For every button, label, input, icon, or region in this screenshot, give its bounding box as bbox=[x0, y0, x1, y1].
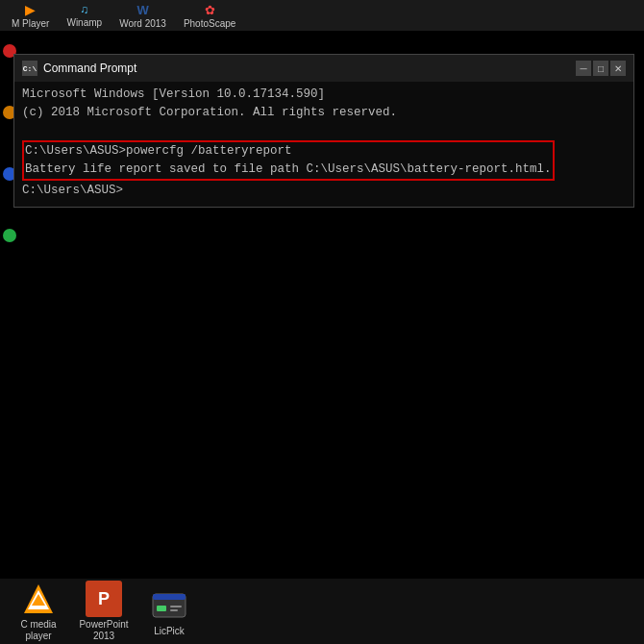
taskbar-item-wmp[interactable]: ▶ M Player bbox=[4, 1, 57, 30]
svg-rect-5 bbox=[157, 606, 166, 611]
taskbar-bottom-item-ppt[interactable]: P PowerPoint 2013 bbox=[73, 582, 135, 640]
cmd-command-line: C:\Users\ASUS>powercfg /batteryreport bbox=[25, 142, 552, 161]
licpick-label: LicPick bbox=[154, 626, 185, 637]
cmd-prompt-line: C:\Users\ASUS> bbox=[22, 182, 626, 200]
taskbar-item-winamp[interactable]: ♫ Winamp bbox=[59, 1, 110, 30]
wmp-icon: ▶ bbox=[23, 2, 38, 17]
cmd-maximize-button[interactable]: □ bbox=[593, 61, 608, 76]
winamp-icon: ♫ bbox=[77, 3, 92, 16]
cmd-title-icon: C:\ bbox=[22, 61, 37, 76]
cmd-version-line: Microsoft Windows [Version 10.0.17134.59… bbox=[22, 86, 626, 104]
vlc-label: C mediaplayer bbox=[20, 619, 56, 642]
photoscape-label: PhotoScape bbox=[184, 18, 236, 29]
svg-rect-6 bbox=[170, 606, 182, 607]
word-icon: W bbox=[136, 3, 151, 17]
cmd-title-text: Command Prompt bbox=[43, 62, 570, 75]
cmd-copyright-line: (c) 2018 Microsoft Corporation. All righ… bbox=[22, 104, 626, 122]
cmd-result-line: Battery life report saved to file path C… bbox=[25, 161, 552, 179]
word-label: Word 2013 bbox=[119, 18, 166, 29]
taskbar-item-photoscape[interactable]: ✿ PhotoScape bbox=[176, 1, 244, 30]
svg-rect-4 bbox=[153, 594, 186, 600]
cmd-controls: ─ □ ✕ bbox=[576, 61, 626, 76]
taskbar-top: ▶ M Player ♫ Winamp W Word 2013 ✿ PhotoS… bbox=[0, 0, 644, 31]
vlc-icon bbox=[19, 581, 58, 617]
taskbar-bottom-item-vlc[interactable]: C mediaplayer bbox=[8, 582, 69, 640]
photoscape-icon: ✿ bbox=[202, 3, 217, 17]
cmd-close-button[interactable]: ✕ bbox=[610, 61, 626, 76]
taskbar-bottom-item-licpick[interactable]: LicPick bbox=[138, 582, 200, 640]
cmd-titlebar[interactable]: C:\ Command Prompt ─ □ ✕ bbox=[14, 55, 633, 82]
ppt-icon: P bbox=[85, 581, 123, 617]
taskbar-item-word2013[interactable]: W Word 2013 bbox=[111, 1, 174, 30]
ppt-label: PowerPoint 2013 bbox=[73, 619, 135, 642]
cmd-minimize-button[interactable]: ─ bbox=[576, 61, 591, 76]
sidebar-icon-4[interactable] bbox=[3, 229, 16, 242]
cmd-blank-line bbox=[22, 122, 626, 140]
winamp-label: Winamp bbox=[66, 17, 102, 28]
taskbar-bottom: C mediaplayer P PowerPoint 2013 LicPick bbox=[0, 579, 644, 644]
cmd-highlighted-block: C:\Users\ASUS>powercfg /batteryreport Ba… bbox=[22, 140, 555, 181]
wmp-label: M Player bbox=[12, 18, 49, 29]
svg-rect-7 bbox=[170, 609, 178, 611]
cmd-body: Microsoft Windows [Version 10.0.17134.59… bbox=[14, 82, 633, 204]
licpick-icon bbox=[150, 585, 188, 624]
cmd-window: C:\ Command Prompt ─ □ ✕ Microsoft Windo… bbox=[13, 54, 634, 208]
